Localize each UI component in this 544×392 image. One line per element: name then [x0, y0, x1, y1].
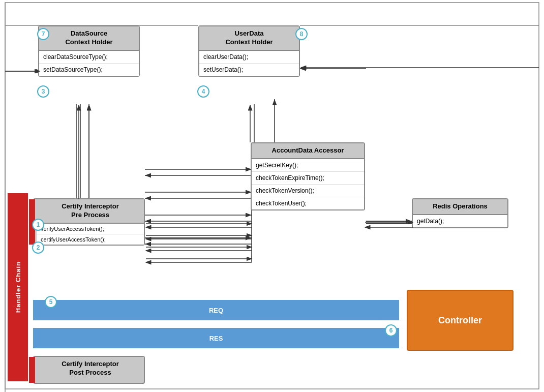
redis-methods: getData(); [413, 215, 507, 227]
redis-operations-box: Redis Operations getData(); [412, 198, 508, 228]
datasource-context-holder-box: DataSourceContext Holder clearDataSource… [38, 25, 140, 77]
account-method-2: checkTokenExpireTime(); [252, 172, 364, 185]
req-arrow-box: REQ [33, 300, 399, 320]
handler-chain: Handler Chain [8, 193, 28, 381]
datasource-title: DataSourceContext Holder [39, 26, 139, 50]
userdata-method-2: setUserData(); [199, 64, 299, 76]
badge-6: 6 [385, 324, 397, 337]
badge-2: 2 [32, 242, 44, 254]
certify-pre-method-1: verifyUserAccessToken(); [37, 224, 144, 234]
account-method-1: getSecretKey(); [252, 159, 364, 172]
handler-chain-label: Handler Chain [14, 261, 22, 313]
red-bar-post [29, 357, 35, 383]
account-data-methods: getSecretKey(); checkTokenExpireTime(); … [252, 159, 364, 209]
badge-7: 7 [37, 28, 49, 40]
res-arrow-box: RES [33, 328, 399, 348]
redis-title: Redis Operations [413, 199, 507, 215]
datasource-method-1: clearDataSourceType(); [39, 51, 139, 64]
res-label: RES [209, 335, 223, 342]
certify-post-box: Certify InterceptorPost Process [33, 356, 145, 384]
datasource-method-2: setDataSourceType(); [39, 64, 139, 76]
certify-pre-box: Certify InterceptorPre Process verifyUse… [33, 198, 145, 246]
req-label: REQ [209, 307, 223, 314]
redis-method-1: getData(); [413, 215, 507, 227]
controller-label: Controller [438, 315, 482, 326]
userdata-context-holder-box: UserDataContext Holder clearUserData(); … [198, 25, 300, 77]
userdata-methods: clearUserData(); setUserData(); [199, 50, 299, 76]
datasource-methods: clearDataSourceType(); setDataSourceType… [39, 50, 139, 76]
certify-pre-title: Certify InterceptorPre Process [37, 199, 144, 223]
badge-3: 3 [37, 85, 49, 98]
certify-post-title: Certify InterceptorPost Process [37, 357, 144, 380]
userdata-title: UserDataContext Holder [199, 26, 299, 50]
badge-8: 8 [295, 28, 308, 40]
account-data-accessor-box: AccountData Accessor getSecretKey(); che… [251, 142, 365, 210]
account-data-title: AccountData Accessor [252, 143, 364, 159]
certify-pre-method-2: certifyUserAccessToken(); [37, 234, 144, 245]
certify-pre-methods: verifyUserAccessToken(); certifyUserAcce… [37, 223, 144, 245]
controller-box: Controller [407, 290, 513, 351]
userdata-method-1: clearUserData(); [199, 51, 299, 64]
account-method-3: checkTokenVersion(); [252, 185, 364, 197]
badge-1: 1 [32, 219, 44, 231]
diagram-container: Handler Chain DataSourceContext Holder c… [0, 0, 544, 392]
account-method-4: checkTokenUser(); [252, 197, 364, 209]
badge-5: 5 [45, 296, 57, 308]
badge-4: 4 [197, 85, 209, 98]
